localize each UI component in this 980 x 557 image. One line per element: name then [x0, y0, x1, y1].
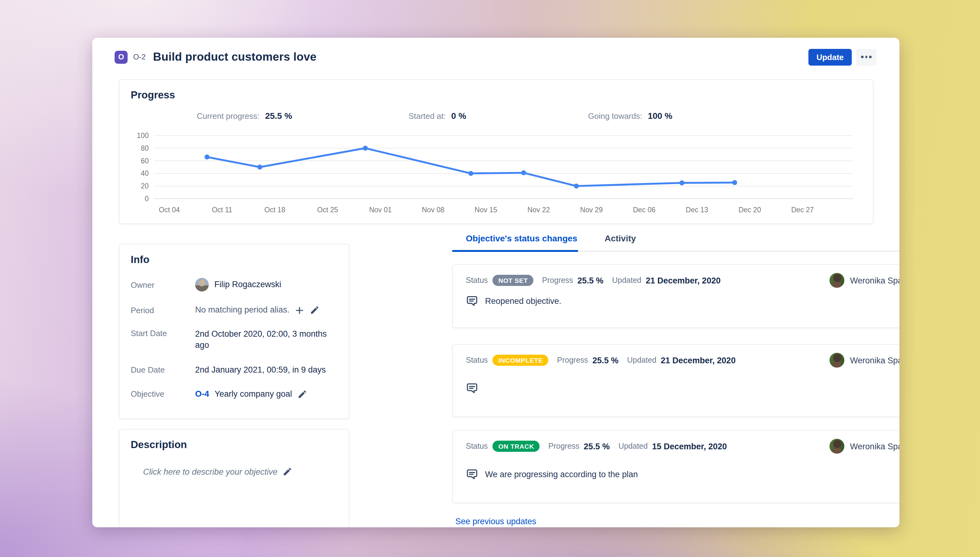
updated-date: 21 December, 2020	[646, 276, 721, 285]
author-name: Weronika Spaleniak	[850, 441, 900, 451]
author-name: Weronika Spaleniak	[850, 355, 900, 365]
update-comment: We are progressing according to the plan	[485, 469, 638, 479]
status-update-card: Status ON TRACK Progress 25.5 % Updated …	[452, 430, 900, 503]
period-label: Period	[131, 305, 195, 315]
header: O O-2 Build product customers love Updat…	[114, 48, 877, 66]
comment-icon	[466, 295, 478, 307]
info-row-due-date: Due Date 2nd January 2021, 00:59, in 9 d…	[131, 364, 339, 375]
info-row-start-date: Start Date 2nd October 2020, 02:00, 3 mo…	[131, 329, 339, 351]
status-badge: NOT SET	[493, 275, 533, 286]
comment-icon	[466, 468, 478, 480]
author-avatar	[830, 439, 844, 454]
start-date-label: Start Date	[131, 329, 195, 338]
parent-objective-link[interactable]: O-4	[195, 389, 209, 400]
start-date-value: 2nd October 2020, 02:00, 3 months ago	[195, 329, 339, 351]
info-card-title: Info	[119, 244, 349, 265]
due-date-value: 2nd January 2021, 00:59, in 9 days	[195, 364, 326, 375]
progress-chart: 020406080100Oct 04Oct 11Oct 18Oct 25Nov …	[119, 128, 873, 222]
stat-current-progress: Current progress: 25.5 %	[148, 111, 341, 121]
period-text: No matching period alias.	[195, 305, 290, 316]
active-tab-indicator	[452, 250, 578, 252]
svg-text:Dec 06: Dec 06	[633, 206, 655, 214]
description-placeholder[interactable]: Click here to describe your objective	[143, 467, 292, 477]
add-period-button[interactable]	[295, 305, 304, 315]
svg-text:Oct 25: Oct 25	[317, 206, 338, 214]
svg-text:Dec 27: Dec 27	[791, 206, 814, 214]
comment-icon	[466, 382, 478, 394]
plus-icon	[295, 305, 304, 315]
status-badge: INCOMPLETE	[493, 355, 549, 366]
svg-text:60: 60	[140, 157, 149, 165]
update-comment: Reopened objective.	[485, 296, 561, 305]
tab-status-changes[interactable]: Objective's status changes	[452, 233, 591, 251]
objective-key: O-2	[133, 53, 145, 61]
owner-avatar	[195, 278, 209, 292]
ellipsis-icon	[861, 56, 864, 58]
due-date-label: Due Date	[131, 365, 195, 375]
author-name: Weronika Spaleniak	[850, 276, 900, 285]
author-avatar	[830, 353, 844, 368]
svg-text:Oct 18: Oct 18	[265, 206, 286, 214]
svg-text:20: 20	[140, 182, 149, 190]
owner-label: Owner	[131, 280, 195, 289]
svg-text:Nov 29: Nov 29	[580, 206, 603, 214]
pencil-icon	[298, 389, 307, 399]
owner-name: Filip Rogaczewski	[214, 279, 281, 290]
svg-text:Dec 20: Dec 20	[738, 206, 761, 214]
objective-detail-panel: O O-2 Build product customers love Updat…	[92, 38, 900, 527]
progress-value: 25.5 %	[577, 276, 603, 285]
status-badge: ON TRACK	[493, 441, 540, 452]
svg-text:100: 100	[137, 132, 149, 140]
description-card: Description Click here to describe your …	[119, 429, 350, 527]
author-avatar	[830, 273, 844, 288]
svg-text:Nov 15: Nov 15	[475, 206, 497, 214]
progress-card: Progress Current progress: 25.5 % Starte…	[119, 79, 874, 224]
status-update-card: Status INCOMPLETE Progress 25.5 % Update…	[452, 344, 900, 417]
svg-text:80: 80	[140, 144, 149, 152]
tab-bar: Objective's status changes Activity	[452, 233, 900, 252]
stat-started-at: Started at: 0 %	[341, 111, 534, 121]
progress-stats: Current progress: 25.5 % Started at: 0 %…	[119, 101, 873, 121]
objective-type-icon: O	[114, 50, 127, 64]
svg-text:Nov 01: Nov 01	[369, 206, 392, 214]
page-title: Build product customers love	[153, 50, 317, 64]
pencil-icon	[283, 467, 292, 477]
progress-line-chart: 020406080100Oct 04Oct 11Oct 18Oct 25Nov …	[119, 128, 873, 222]
updates-section: Objective's status changes Activity Stat…	[452, 233, 900, 527]
svg-text:0: 0	[145, 195, 149, 203]
info-row-period: Period No matching period alias.	[131, 305, 339, 316]
desktop-background: O O-2 Build product customers love Updat…	[0, 0, 980, 557]
parent-objective-name: Yearly company goal	[215, 389, 292, 400]
svg-text:Oct 11: Oct 11	[212, 206, 232, 214]
svg-text:Oct 04: Oct 04	[159, 206, 180, 214]
svg-text:40: 40	[140, 169, 149, 177]
edit-objective-button[interactable]	[298, 389, 307, 399]
stat-going-towards: Going towards: 100 %	[534, 111, 727, 121]
svg-text:Dec 13: Dec 13	[686, 206, 708, 214]
more-actions-button[interactable]	[856, 49, 877, 65]
info-row-owner: Owner Filip Rogaczewski	[131, 278, 339, 292]
objective-label: Objective	[131, 389, 195, 399]
pencil-icon	[310, 305, 320, 315]
progress-value: 25.5 %	[593, 355, 619, 365]
progress-value: 25.5 %	[584, 441, 610, 451]
see-previous-updates-link[interactable]: See previous updates	[455, 517, 536, 526]
info-card: Info Owner Filip Rogaczewski Period No m…	[119, 244, 350, 419]
updated-date: 15 December, 2020	[652, 441, 727, 451]
description-card-title: Description	[119, 430, 349, 451]
status-update-card: Status NOT SET Progress 25.5 % Updated 2…	[452, 264, 900, 328]
info-row-objective: Objective O-4 Yearly company goal	[131, 389, 339, 400]
tab-activity[interactable]: Activity	[591, 233, 650, 251]
updated-date: 21 December, 2020	[661, 355, 736, 365]
update-button[interactable]: Update	[808, 49, 852, 65]
svg-text:Nov 22: Nov 22	[528, 206, 550, 214]
svg-text:Nov 08: Nov 08	[422, 206, 444, 214]
progress-card-title: Progress	[119, 80, 873, 101]
edit-period-button[interactable]	[310, 305, 320, 315]
